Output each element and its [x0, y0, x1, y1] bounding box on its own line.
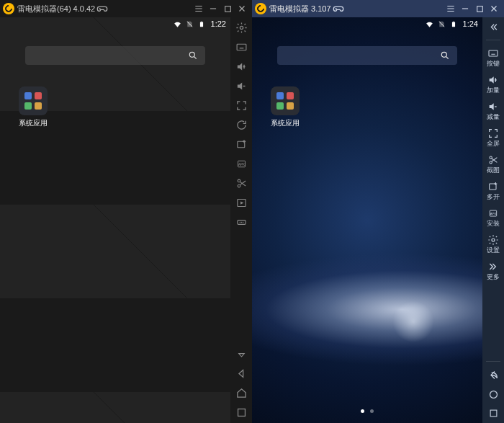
settings-gear-icon[interactable]: [233, 22, 250, 34]
android-statusbar: 1:22: [0, 17, 230, 30]
maximize-button[interactable]: [220, 1, 235, 16]
volume-down-icon[interactable]: [233, 80, 250, 92]
titlebar[interactable]: 雷电模拟器(64) 4.0.42: [0, 0, 252, 17]
home-button[interactable]: [233, 387, 250, 399]
menu-icon[interactable]: [192, 1, 206, 16]
volume-down-button[interactable]: 减量: [485, 101, 502, 120]
keymap-button[interactable]: 按键: [485, 48, 502, 67]
search-input[interactable]: [277, 46, 457, 65]
titlebar[interactable]: 雷电模拟器 3.107: [252, 0, 504, 17]
close-button[interactable]: [487, 1, 501, 16]
battery-icon: [197, 19, 207, 29]
home-button[interactable]: [485, 388, 502, 401]
wifi-icon: [173, 19, 182, 29]
folder-icon: [271, 86, 300, 115]
gamepad-icon[interactable]: [331, 1, 346, 16]
battery-icon: [449, 19, 459, 29]
minimize-button[interactable]: [458, 1, 472, 16]
android-screen[interactable]: 1:22 系统应用: [0, 17, 230, 423]
record-icon[interactable]: [233, 197, 250, 209]
app-logo-icon: [255, 3, 266, 14]
gamepad-icon[interactable]: [95, 1, 109, 16]
no-sim-icon: [185, 19, 194, 29]
window-title: 雷电模拟器 3.107: [269, 4, 331, 14]
scissors-icon[interactable]: [233, 177, 250, 190]
wifi-icon: [425, 19, 434, 29]
collapse-icon[interactable]: [485, 22, 502, 32]
emulator-window-right: 雷电模拟器 3.107 1:24 系统应用: [252, 0, 504, 423]
more-button[interactable]: 更多: [485, 261, 502, 280]
more-icon[interactable]: [233, 216, 250, 228]
minimize-button[interactable]: [206, 1, 220, 16]
search-input[interactable]: [25, 46, 205, 65]
multi-instance-button[interactable]: 多开: [485, 181, 502, 200]
fullscreen-icon[interactable]: [233, 99, 250, 112]
app-logo-icon: [3, 3, 14, 14]
fullscreen-button[interactable]: 全屏: [485, 128, 502, 147]
recent-button[interactable]: [233, 406, 250, 419]
sidebar-toolbar: [230, 17, 252, 423]
system-apps-shortcut[interactable]: 系统应用: [14, 86, 52, 128]
android-statusbar: 1:24: [252, 17, 482, 30]
volume-up-button[interactable]: 加量: [485, 74, 502, 94]
rotate-icon[interactable]: [233, 119, 250, 131]
back-button[interactable]: [233, 368, 250, 380]
search-icon: [440, 50, 450, 61]
add-window-icon[interactable]: [233, 138, 250, 151]
sidebar-toolbar: 按键 加量 减量 全屏 截图 多开 安装 设置 更多: [482, 17, 504, 423]
emulator-window-left: 雷电模拟器(64) 4.0.42 1:22 系统应用: [0, 0, 252, 423]
apk-icon[interactable]: [233, 158, 250, 170]
system-apps-shortcut[interactable]: 系统应用: [266, 86, 304, 128]
clock: 1:24: [463, 19, 478, 28]
screenshot-button[interactable]: 截图: [485, 154, 502, 174]
no-sim-icon: [437, 19, 446, 29]
page-indicator: [361, 409, 374, 413]
settings-button[interactable]: 设置: [485, 234, 502, 254]
back-button[interactable]: [485, 369, 502, 381]
recent-button[interactable]: [485, 408, 502, 419]
menu-icon[interactable]: [444, 1, 458, 16]
collapse-icon[interactable]: [233, 349, 250, 360]
folder-icon: [19, 86, 48, 115]
keyboard-icon[interactable]: [233, 41, 250, 53]
app-label: 系统应用: [271, 118, 300, 128]
clock: 1:22: [211, 19, 226, 28]
volume-up-icon[interactable]: [233, 61, 250, 73]
app-label: 系统应用: [19, 118, 48, 128]
search-icon: [188, 50, 198, 61]
window-title: 雷电模拟器(64) 4.0.42: [17, 4, 95, 14]
android-screen[interactable]: 1:24 系统应用: [252, 17, 482, 423]
install-apk-button[interactable]: 安装: [485, 208, 502, 227]
close-button[interactable]: [235, 1, 249, 16]
maximize-button[interactable]: [472, 1, 487, 16]
